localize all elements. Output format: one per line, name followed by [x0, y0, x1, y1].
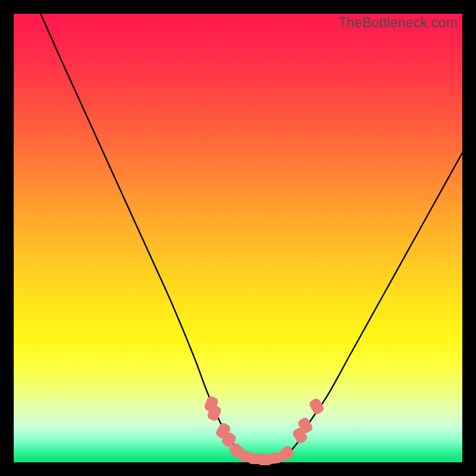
- plot-area: TheBottleneck.com: [14, 14, 462, 462]
- bottleneck-curve: [40, 14, 462, 463]
- curve-layer: [14, 14, 462, 462]
- chart-frame: TheBottleneck.com: [0, 0, 476, 476]
- watermark-text: TheBottleneck.com: [339, 15, 458, 31]
